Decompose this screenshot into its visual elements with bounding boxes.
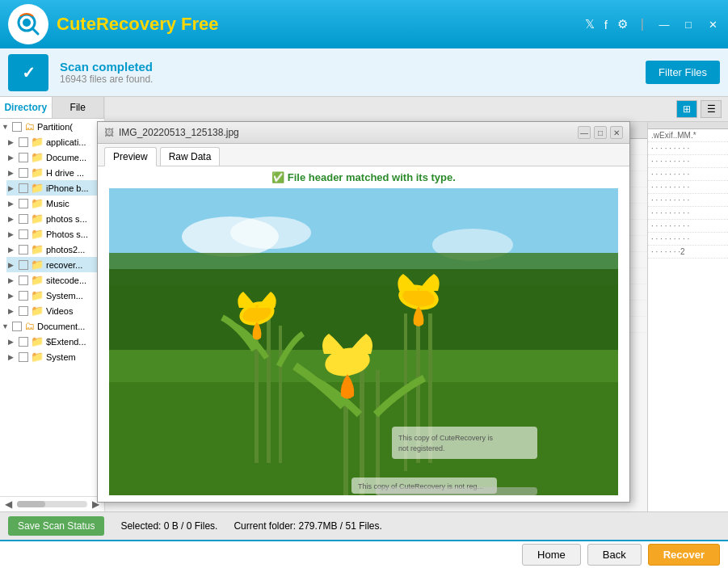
tree-checkbox[interactable] [19,306,28,316]
raw-row: · · · · · · · · · [648,142,728,155]
status-bar: Save Scan Status Selected: 0 B / 0 Files… [0,511,728,540]
tree-item-documentroot[interactable]: ▼ 🗂 Document... [0,318,104,334]
tree-label: Music [46,199,69,208]
tree-checkbox[interactable] [19,291,28,301]
folder-icon: 📁 [31,212,44,225]
tree-item-videos[interactable]: ▶ 📁 Videos [6,303,104,318]
dialog-tab-preview[interactable]: Preview [104,147,157,166]
dialog-minimize-button[interactable]: — [578,126,591,139]
expand-icon: ▶ [8,230,16,238]
svg-rect-31 [376,487,537,495]
preview-dialog[interactable]: 🖼 IMG_20220513_125138.jpg — □ ✕ Preview … [97,121,630,503]
tree-checkbox[interactable] [12,322,22,331]
file-tree[interactable]: ▼ 🗂 Partition( ▶ 📁 applicati... ▶ 📁 Docu… [0,119,104,496]
expand-icon: ▶ [8,200,16,208]
expand-icon: ▼ [2,322,10,330]
dialog-tab-rawdata[interactable]: Raw Data [160,147,221,166]
tree-checkbox[interactable] [19,337,28,347]
preview-image: This copy of CuteRecovery is not registe… [109,188,618,495]
tree-item-photos-s[interactable]: ▶ 📁 photos s... [6,211,104,226]
svg-line-2 [32,28,38,34]
folder-icon: 📁 [31,166,44,179]
tree-item-recover[interactable]: ▶ 📁 recover... [6,257,104,272]
grid-view-button[interactable]: ⊞ [676,100,697,118]
save-scan-status-button[interactable]: Save Scan Status [8,516,104,536]
settings-icon[interactable]: ⚙ [617,17,628,32]
dialog-filename: IMG_20220513_125138.jpg [119,127,239,138]
expand-icon: ▶ [8,353,16,361]
tree-checkbox[interactable] [19,183,28,193]
tree-checkbox[interactable] [19,276,28,285]
home-button[interactable]: Home [522,544,581,566]
folder-icon: 📁 [31,136,44,148]
maximize-button[interactable]: □ [681,17,696,32]
action-buttons: Home Back Recover [522,544,720,566]
expand-icon: ▶ [8,154,16,162]
svg-point-1 [23,19,31,27]
tree-checkbox[interactable] [19,214,28,224]
tree-item-sitecode[interactable]: ▶ 📁 sitecode... [6,272,104,288]
close-button[interactable]: ✕ [705,17,720,32]
tree-label: iPhone b... [46,183,89,193]
folder-icon: 📁 [31,305,44,317]
raw-col-body: .wExif..MM.* · · · · · · · · · · · · · ·… [648,129,728,511]
tree-item-hdrive[interactable]: ▶ 📁 H drive ... [6,165,104,180]
expand-icon: ▶ [8,138,16,146]
tree-item-extend[interactable]: ▶ 📁 $Extend... [6,334,104,349]
folder-icon: 📁 [31,259,44,271]
tree-scroll-bar[interactable]: ◀ ▶ [0,496,104,511]
tree-checkbox[interactable] [19,229,28,239]
tree-label: sitecode... [46,276,86,285]
tree-label: Videos [46,306,73,316]
tree-label: $Extend... [46,337,86,347]
recover-button[interactable]: Recover [648,544,720,566]
tree-checkbox[interactable] [19,199,28,208]
facebook-icon[interactable]: f [604,18,608,32]
dialog-close-button[interactable]: ✕ [610,126,623,139]
dialog-tabs: Preview Raw Data [98,144,629,166]
tree-item-partition[interactable]: ▼ 🗂 Partition( [0,119,104,134]
filter-files-button[interactable]: Filter Files [646,61,720,84]
folder-icon: 📁 [31,243,44,255]
tree-checkbox[interactable] [12,122,22,132]
scroll-left-icon[interactable]: ◀ [2,499,15,510]
tree-item-applications[interactable]: ▶ 📁 applicati... [6,134,104,149]
minimize-button[interactable]: — [657,17,671,32]
file-icon: 🖼 [104,127,114,138]
twitter-icon[interactable]: 𝕏 [585,17,595,32]
tree-checkbox[interactable] [19,153,28,162]
dialog-title-left: 🖼 IMG_20220513_125138.jpg [104,127,239,138]
list-view-button[interactable]: ☰ [701,100,722,118]
tree-item-music[interactable]: ▶ 📁 Music [6,196,104,211]
tree-checkbox[interactable] [19,137,28,147]
expand-icon: ▶ [8,215,16,223]
tree-label: photos2... [46,245,85,255]
dialog-image-area: This copy of CuteRecovery is not registe… [98,188,629,502]
svg-rect-23 [360,362,364,495]
tree-item-photos-cap[interactable]: ▶ 📁 Photos s... [6,226,104,242]
tab-file[interactable]: File [53,97,105,118]
tree-item-system[interactable]: ▶ 📁 System... [6,288,104,303]
back-button[interactable]: Back [587,544,642,566]
tree-label: Partition( [37,122,73,132]
tree-checkbox[interactable] [19,168,28,178]
expand-icon: ▼ [2,123,10,131]
tree-checkbox[interactable] [19,245,28,255]
tree-item-system2[interactable]: ▶ 📁 System [6,349,104,364]
dialog-maximize-button[interactable]: □ [594,126,607,139]
svg-text:This copy of CuteRecovery is: This copy of CuteRecovery is [398,434,494,442]
tree-item-iphone[interactable]: ▶ 📁 iPhone b... [6,180,104,196]
tree-checkbox[interactable] [19,352,28,362]
tree-item-documents[interactable]: ▶ 📁 Docume... [6,149,104,165]
tree-checkbox[interactable] [19,260,28,270]
folder-icon: 🗂 [24,120,35,133]
tree-label: recover... [46,260,82,270]
raw-row: · · · · · · · · · [648,233,728,246]
raw-data-column: .wExif..MM.* · · · · · · · · · · · · · ·… [647,122,728,511]
tree-item-photos2[interactable]: ▶ 📁 photos2... [6,242,104,257]
svg-text:not registered.: not registered. [398,444,445,452]
svg-rect-13 [267,309,271,463]
tab-directory[interactable]: Directory [0,97,53,118]
expand-icon: ▶ [8,307,16,315]
dialog-overlay: 🖼 IMG_20220513_125138.jpg — □ ✕ Preview … [0,97,728,511]
